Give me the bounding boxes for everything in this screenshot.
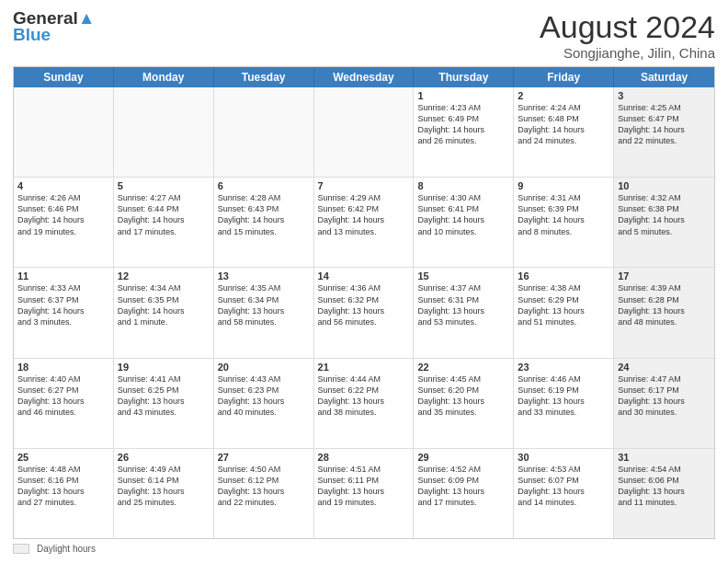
day-info: Sunrise: 4:46 AM Sunset: 6:19 PM Dayligh…	[518, 373, 609, 419]
day-cell-6: 6Sunrise: 4:28 AM Sunset: 6:43 PM Daylig…	[214, 178, 314, 267]
day-number: 10	[618, 180, 711, 191]
day-cell-30: 30Sunrise: 4:53 AM Sunset: 6:07 PM Dayli…	[514, 449, 614, 538]
day-cell-16: 16Sunrise: 4:38 AM Sunset: 6:29 PM Dayli…	[514, 268, 614, 357]
day-number: 20	[218, 362, 310, 373]
day-cell-18: 18Sunrise: 4:40 AM Sunset: 6:27 PM Dayli…	[14, 359, 114, 448]
day-number: 11	[17, 270, 109, 282]
day-cell-21: 21Sunrise: 4:44 AM Sunset: 6:22 PM Dayli…	[314, 359, 415, 448]
day-number: 2	[518, 90, 609, 101]
shaded-legend-box	[13, 544, 29, 554]
day-number: 24	[618, 362, 711, 373]
day-number: 8	[417, 180, 509, 191]
day-cell-28: 28Sunrise: 4:51 AM Sunset: 6:11 PM Dayli…	[314, 449, 415, 538]
day-info: Sunrise: 4:47 AM Sunset: 6:17 PM Dayligh…	[618, 373, 711, 419]
day-info: Sunrise: 4:49 AM Sunset: 6:14 PM Dayligh…	[118, 464, 210, 509]
day-info: Sunrise: 4:48 AM Sunset: 6:16 PM Dayligh…	[17, 464, 109, 509]
day-cell-29: 29Sunrise: 4:52 AM Sunset: 6:09 PM Dayli…	[414, 449, 514, 538]
day-number: 15	[417, 270, 509, 282]
logo: General▲ Blue	[13, 9, 105, 53]
day-number: 5	[118, 180, 210, 191]
day-info: Sunrise: 4:38 AM Sunset: 6:29 PM Dayligh…	[518, 282, 609, 327]
empty-cell	[114, 87, 214, 177]
day-cell-7: 7Sunrise: 4:29 AM Sunset: 6:42 PM Daylig…	[314, 178, 415, 267]
day-cell-31: 31Sunrise: 4:54 AM Sunset: 6:06 PM Dayli…	[614, 449, 714, 538]
day-number: 26	[118, 452, 210, 463]
day-cell-23: 23Sunrise: 4:46 AM Sunset: 6:19 PM Dayli…	[514, 359, 614, 448]
day-cell-26: 26Sunrise: 4:49 AM Sunset: 6:14 PM Dayli…	[114, 449, 214, 538]
day-info: Sunrise: 4:35 AM Sunset: 6:34 PM Dayligh…	[218, 282, 310, 327]
day-info: Sunrise: 4:51 AM Sunset: 6:11 PM Dayligh…	[318, 464, 410, 509]
day-info: Sunrise: 4:33 AM Sunset: 6:37 PM Dayligh…	[17, 282, 109, 327]
day-number: 7	[318, 180, 410, 191]
day-cell-3: 3Sunrise: 4:25 AM Sunset: 6:47 PM Daylig…	[614, 87, 714, 177]
day-info: Sunrise: 4:29 AM Sunset: 6:42 PM Dayligh…	[318, 192, 410, 237]
day-cell-17: 17Sunrise: 4:39 AM Sunset: 6:28 PM Dayli…	[614, 268, 714, 357]
calendar-week-5: 25Sunrise: 4:48 AM Sunset: 6:16 PM Dayli…	[14, 449, 714, 538]
day-cell-12: 12Sunrise: 4:34 AM Sunset: 6:35 PM Dayli…	[114, 268, 214, 357]
calendar-week-3: 11Sunrise: 4:33 AM Sunset: 6:37 PM Dayli…	[14, 268, 714, 358]
empty-cell	[14, 87, 114, 177]
title-block: August 2024 Songjianghe, Jilin, China	[540, 9, 715, 61]
day-info: Sunrise: 4:24 AM Sunset: 6:48 PM Dayligh…	[518, 102, 609, 147]
day-info: Sunrise: 4:54 AM Sunset: 6:06 PM Dayligh…	[618, 464, 711, 509]
day-info: Sunrise: 4:39 AM Sunset: 6:28 PM Dayligh…	[618, 282, 711, 327]
day-info: Sunrise: 4:32 AM Sunset: 6:38 PM Dayligh…	[618, 192, 711, 237]
calendar-body: 1Sunrise: 4:23 AM Sunset: 6:49 PM Daylig…	[14, 87, 714, 538]
weekday-header-wednesday: Wednesday	[314, 67, 415, 87]
day-number: 14	[318, 270, 410, 282]
day-number: 6	[218, 180, 310, 191]
day-cell-5: 5Sunrise: 4:27 AM Sunset: 6:44 PM Daylig…	[114, 178, 214, 267]
calendar-week-4: 18Sunrise: 4:40 AM Sunset: 6:27 PM Dayli…	[14, 359, 714, 449]
weekday-header-saturday: Saturday	[614, 67, 714, 87]
day-info: Sunrise: 4:25 AM Sunset: 6:47 PM Dayligh…	[618, 102, 711, 147]
calendar-week-1: 1Sunrise: 4:23 AM Sunset: 6:49 PM Daylig…	[14, 87, 714, 178]
day-info: Sunrise: 4:31 AM Sunset: 6:39 PM Dayligh…	[518, 192, 609, 237]
month-year: August 2024	[540, 9, 715, 45]
day-cell-22: 22Sunrise: 4:45 AM Sunset: 6:20 PM Dayli…	[414, 359, 514, 448]
day-number: 3	[618, 90, 711, 101]
day-info: Sunrise: 4:53 AM Sunset: 6:07 PM Dayligh…	[518, 464, 609, 509]
day-number: 19	[118, 362, 210, 373]
day-number: 13	[218, 270, 310, 282]
day-cell-15: 15Sunrise: 4:37 AM Sunset: 6:31 PM Dayli…	[414, 268, 514, 357]
footer: Daylight hours	[13, 544, 715, 554]
day-cell-24: 24Sunrise: 4:47 AM Sunset: 6:17 PM Dayli…	[614, 359, 714, 448]
day-info: Sunrise: 4:30 AM Sunset: 6:41 PM Dayligh…	[417, 192, 509, 237]
day-number: 18	[17, 362, 109, 373]
weekday-header-thursday: Thursday	[414, 67, 514, 87]
calendar: SundayMondayTuesdayWednesdayThursdayFrid…	[13, 66, 715, 539]
day-number: 4	[17, 180, 109, 191]
day-cell-10: 10Sunrise: 4:32 AM Sunset: 6:38 PM Dayli…	[614, 178, 714, 267]
day-cell-25: 25Sunrise: 4:48 AM Sunset: 6:16 PM Dayli…	[14, 449, 114, 538]
day-cell-13: 13Sunrise: 4:35 AM Sunset: 6:34 PM Dayli…	[214, 268, 314, 357]
day-cell-11: 11Sunrise: 4:33 AM Sunset: 6:37 PM Dayli…	[14, 268, 114, 357]
logo-blue: Blue	[13, 26, 105, 44]
location: Songjianghe, Jilin, China	[540, 45, 715, 61]
day-number: 30	[518, 452, 609, 463]
day-number: 28	[318, 452, 410, 463]
day-cell-1: 1Sunrise: 4:23 AM Sunset: 6:49 PM Daylig…	[414, 87, 514, 177]
day-info: Sunrise: 4:41 AM Sunset: 6:25 PM Dayligh…	[118, 373, 210, 419]
day-cell-9: 9Sunrise: 4:31 AM Sunset: 6:39 PM Daylig…	[514, 178, 614, 267]
day-info: Sunrise: 4:26 AM Sunset: 6:46 PM Dayligh…	[17, 192, 109, 237]
day-number: 29	[417, 452, 509, 463]
weekday-header-friday: Friday	[514, 67, 614, 87]
daylight-label: Daylight hours	[37, 544, 96, 554]
day-number: 9	[518, 180, 609, 191]
day-info: Sunrise: 4:45 AM Sunset: 6:20 PM Dayligh…	[417, 373, 509, 419]
day-cell-14: 14Sunrise: 4:36 AM Sunset: 6:32 PM Dayli…	[314, 268, 415, 357]
day-info: Sunrise: 4:43 AM Sunset: 6:23 PM Dayligh…	[218, 373, 310, 419]
calendar-header: SundayMondayTuesdayWednesdayThursdayFrid…	[14, 67, 714, 87]
day-info: Sunrise: 4:34 AM Sunset: 6:35 PM Dayligh…	[118, 282, 210, 327]
day-number: 16	[518, 270, 609, 282]
weekday-header-tuesday: Tuesday	[214, 67, 314, 87]
day-info: Sunrise: 4:23 AM Sunset: 6:49 PM Dayligh…	[417, 102, 509, 147]
day-number: 17	[618, 270, 711, 282]
page: General▲ Blue August 2024 Songjianghe, J…	[0, 0, 728, 563]
day-number: 12	[118, 270, 210, 282]
day-number: 31	[618, 452, 711, 463]
header: General▲ Blue August 2024 Songjianghe, J…	[13, 9, 715, 61]
day-info: Sunrise: 4:52 AM Sunset: 6:09 PM Dayligh…	[417, 464, 509, 509]
calendar-week-2: 4Sunrise: 4:26 AM Sunset: 6:46 PM Daylig…	[14, 178, 714, 268]
empty-cell	[314, 87, 415, 177]
